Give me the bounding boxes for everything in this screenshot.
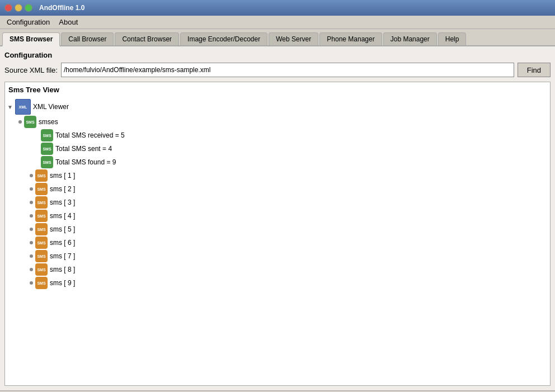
- source-xml-input[interactable]: [61, 63, 514, 77]
- sms5-label: sms [ 5 ]: [50, 225, 75, 233]
- tab-web-server[interactable]: Web Server: [269, 32, 318, 45]
- sms1-icon: [35, 169, 48, 182]
- sms-sent-label: Total SMS sent = 4: [55, 145, 112, 153]
- menu-about[interactable]: About: [54, 17, 82, 27]
- menu-configuration[interactable]: Configuration: [2, 17, 54, 27]
- sms-item-3[interactable]: sms [ 3 ]: [7, 196, 548, 209]
- sms-received-label: Total SMS received = 5: [55, 131, 125, 139]
- tab-job-manager[interactable]: Job Manager: [383, 32, 437, 45]
- sms7-dot: [30, 254, 33, 258]
- sms5-dot: [30, 228, 33, 231]
- sms-item-9[interactable]: sms [ 9 ]: [7, 276, 548, 290]
- source-label: Source XML file:: [4, 66, 58, 74]
- sms4-dot: [30, 214, 33, 218]
- sms3-dot: [30, 201, 33, 204]
- maximize-window-btn[interactable]: [25, 4, 32, 12]
- sms3-icon: [35, 196, 48, 209]
- smses-node[interactable]: smses: [7, 115, 548, 129]
- sms-found-icon: [41, 156, 53, 168]
- sms9-label: sms [ 9 ]: [50, 279, 75, 287]
- xml-expand-arrow: ▼: [7, 104, 15, 110]
- menu-bar: Configuration About: [0, 16, 555, 29]
- xml-icon: [15, 99, 31, 115]
- sms-item-1[interactable]: sms [ 1 ]: [7, 169, 548, 182]
- tab-help[interactable]: Help: [438, 32, 467, 45]
- title-bar: AndOffline 1.0: [0, 0, 555, 16]
- smses-dot: [18, 120, 22, 124]
- sms6-label: sms [ 6 ]: [50, 239, 75, 247]
- sms5-icon: [35, 223, 48, 235]
- tab-call-browser[interactable]: Call Browser: [61, 32, 114, 45]
- tab-phone-manager[interactable]: Phone Manager: [319, 32, 382, 45]
- xml-viewer-label: XML Viewer: [33, 103, 69, 111]
- smses-label: smses: [39, 118, 58, 126]
- sms-item-4[interactable]: sms [ 4 ]: [7, 209, 548, 223]
- sms9-dot: [30, 281, 33, 285]
- sms-item-8[interactable]: sms [ 8 ]: [7, 263, 548, 276]
- sms2-label: sms [ 2 ]: [50, 185, 75, 193]
- window-controls[interactable]: [4, 4, 32, 12]
- sms8-label: sms [ 8 ]: [50, 266, 75, 273]
- sms-info-received[interactable]: Total SMS received = 5: [7, 129, 548, 142]
- sms1-dot: [30, 174, 33, 177]
- sms7-label: sms [ 7 ]: [50, 252, 75, 260]
- find-button[interactable]: Find: [518, 63, 551, 77]
- sms-item-2[interactable]: sms [ 2 ]: [7, 182, 548, 196]
- sms9-icon: [35, 277, 48, 289]
- config-section-title: Configuration: [4, 51, 551, 59]
- sms4-icon: [35, 210, 48, 222]
- tab-sms-browser[interactable]: SMS Browser: [2, 32, 60, 46]
- sms-sent-icon: [41, 143, 53, 155]
- window-title: AndOffline 1.0: [39, 4, 84, 12]
- sms-found-label: Total SMS found = 9: [55, 158, 116, 166]
- sms2-icon: [35, 183, 48, 195]
- sms1-label: sms [ 1 ]: [50, 172, 75, 180]
- sms6-dot: [30, 241, 33, 244]
- sms8-icon: [35, 263, 48, 276]
- sms6-icon: [35, 237, 48, 249]
- close-window-btn[interactable]: [4, 4, 12, 12]
- minimize-window-btn[interactable]: [15, 4, 22, 12]
- xml-viewer-node[interactable]: ▼ XML Viewer: [7, 98, 548, 115]
- smses-icon: [24, 116, 36, 128]
- main-content: Configuration Source XML file: Find Sms …: [0, 46, 555, 390]
- tab-image-encoder[interactable]: Image Encoder/Decoder: [180, 32, 267, 45]
- tabs-bar: SMS Browser Call Browser Contact Browser…: [0, 29, 555, 46]
- sms-item-6[interactable]: sms [ 6 ]: [7, 236, 548, 249]
- tree-panel: Sms Tree View ▼ XML Viewer smses Total S…: [4, 82, 551, 386]
- sms-item-7[interactable]: sms [ 7 ]: [7, 249, 548, 263]
- source-row: Source XML file: Find: [4, 63, 551, 77]
- sms8-dot: [30, 268, 33, 271]
- tree-panel-title: Sms Tree View: [7, 84, 548, 95]
- sms-info-sent[interactable]: Total SMS sent = 4: [7, 142, 548, 155]
- sms7-icon: [35, 250, 48, 262]
- sms3-label: sms [ 3 ]: [50, 199, 75, 206]
- tab-contact-browser[interactable]: Contact Browser: [115, 32, 179, 45]
- sms-info-found[interactable]: Total SMS found = 9: [7, 155, 548, 169]
- sms-received-icon: [41, 129, 53, 141]
- sms2-dot: [30, 187, 33, 191]
- sms4-label: sms [ 4 ]: [50, 212, 75, 220]
- sms-item-5[interactable]: sms [ 5 ]: [7, 223, 548, 236]
